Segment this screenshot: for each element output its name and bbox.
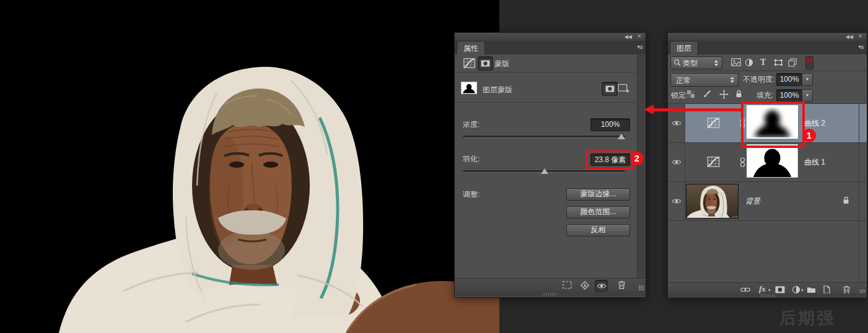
- lock-all-icon[interactable]: [735, 90, 742, 98]
- mask-mode-label: 蒙版: [494, 59, 509, 68]
- canvas-photo: [0, 0, 499, 333]
- filter-shape-icon[interactable]: [774, 59, 783, 66]
- color-range-button[interactable]: 颜色范围...: [566, 206, 630, 218]
- select-mask-button[interactable]: [602, 82, 618, 96]
- mask-thumbnail[interactable]: [747, 144, 798, 178]
- new-adjustment-layer-icon[interactable]: [792, 285, 800, 294]
- adjust-label: 调整:: [463, 190, 480, 199]
- annotation-box-feather-value: [586, 150, 633, 170]
- search-icon: [673, 59, 681, 66]
- eye-icon: [672, 159, 682, 165]
- tab-layers[interactable]: 图层: [670, 41, 698, 55]
- visibility-toggle[interactable]: [668, 143, 685, 181]
- visibility-toggle[interactable]: [668, 182, 685, 220]
- layer-name[interactable]: 背景: [745, 197, 760, 205]
- curves-adjustment-icon: [463, 58, 475, 68]
- new-layer-icon[interactable]: [822, 285, 830, 294]
- lock-transparency-icon[interactable]: [687, 90, 695, 98]
- background-layer-thumbnail[interactable]: [686, 184, 739, 218]
- filter-kind-dropdown[interactable]: 类型: [670, 56, 722, 69]
- tab-properties[interactable]: 属性: [457, 41, 485, 55]
- adjustment-caret: ▾: [801, 288, 804, 293]
- layer-name[interactable]: 曲线 1: [804, 158, 825, 166]
- delete-layer-icon[interactable]: [843, 285, 851, 294]
- mask-from-selection-icon[interactable]: [563, 281, 572, 289]
- layers-panel: ◀◀ × 图层 ▾≡ 类型 T 正常 不透明度: 100% ▼ 锁定:: [667, 32, 867, 298]
- opacity-dropdown-arrow[interactable]: ▼: [802, 73, 813, 86]
- add-mask-icon[interactable]: [775, 286, 785, 293]
- fill-value[interactable]: 100%: [776, 89, 802, 102]
- eye-icon: [672, 198, 682, 204]
- layer-style-caret: ▾: [768, 288, 771, 293]
- annotation-badge-1: 1: [802, 129, 816, 142]
- opacity-label: 不透明度:: [743, 75, 774, 84]
- properties-scrollbar[interactable]: [637, 54, 646, 278]
- collapse-panel-icon[interactable]: ◀◀: [846, 33, 853, 40]
- collapse-panel-icon[interactable]: ◀◀: [625, 33, 632, 40]
- filter-smartobject-icon[interactable]: [788, 58, 797, 67]
- properties-tabrow: 属性 ▾≡: [455, 41, 646, 54]
- panel-menu-icon[interactable]: ▾≡: [859, 43, 864, 51]
- feather-slider-thumb[interactable]: [541, 168, 548, 174]
- properties-bottom-bar: [455, 278, 646, 292]
- panel-menu-icon[interactable]: ▾≡: [638, 43, 642, 51]
- mask-link-icon[interactable]: [740, 157, 745, 167]
- layer-mask-label: 图层蒙版: [483, 85, 512, 94]
- mask-edge-button[interactable]: 蒙版边缘...: [566, 188, 630, 201]
- apply-mask-icon[interactable]: [580, 280, 590, 290]
- layer-lock-icon: [843, 196, 849, 204]
- fill-dropdown-arrow[interactable]: ▼: [802, 89, 813, 102]
- filter-kind-value: 类型: [683, 58, 698, 69]
- photoshop-workspace: 后期强 ◀◀ × 属性 ▾≡ 蒙版 图层蒙版 浓度: 100%: [0, 0, 868, 333]
- blend-mode-dropdown[interactable]: 正常: [670, 73, 739, 87]
- panel-resize-grip[interactable]: [639, 285, 644, 291]
- annotation-badge-2: 2: [630, 152, 644, 165]
- invert-button[interactable]: 反相: [566, 224, 630, 236]
- filter-image-icon[interactable]: [731, 58, 741, 66]
- panel-drag-gripper[interactable]: [761, 294, 774, 297]
- watermark-text: 后期强: [779, 307, 835, 329]
- annotation-box-mask-thumbnail: [741, 102, 805, 148]
- layer-style-icon[interactable]: fx: [759, 284, 766, 294]
- filter-type-icon[interactable]: T: [760, 58, 766, 67]
- disable-mask-button[interactable]: [595, 280, 608, 292]
- layers-panel-titlebar: ◀◀ ×: [668, 33, 867, 41]
- add-vector-mask-icon[interactable]: [618, 84, 629, 93]
- close-panel-icon[interactable]: ×: [638, 33, 641, 40]
- opacity-value[interactable]: 100%: [776, 73, 802, 86]
- density-value[interactable]: 100%: [590, 118, 630, 131]
- density-slider[interactable]: [463, 136, 625, 138]
- density-slider-thumb[interactable]: [618, 134, 625, 139]
- portrait-image: [0, 0, 499, 333]
- filter-toggle-switch[interactable]: [805, 56, 813, 69]
- curves-adjustment-icon[interactable]: [707, 118, 720, 128]
- layers-tabrow: 图层 ▾≡: [668, 41, 867, 54]
- link-layers-icon[interactable]: [740, 287, 750, 292]
- mask-mode-button[interactable]: [478, 56, 493, 71]
- feather-label: 羽化:: [463, 155, 480, 163]
- filter-adjustment-icon[interactable]: [745, 58, 753, 67]
- close-panel-icon[interactable]: ×: [859, 33, 862, 40]
- layers-scrollbar[interactable]: [859, 104, 867, 282]
- delete-mask-icon[interactable]: [618, 280, 626, 289]
- lock-label: 锁定:: [671, 91, 688, 100]
- properties-panel-titlebar: ◀◀ ×: [455, 33, 646, 41]
- new-group-icon[interactable]: [807, 287, 816, 293]
- lock-position-icon[interactable]: [719, 90, 729, 99]
- layer-row-background[interactable]: 背景: [668, 182, 867, 221]
- fill-label: 填充:: [756, 91, 773, 100]
- annotation-arrow-head: [644, 105, 654, 115]
- mask-icon: [481, 60, 490, 67]
- feather-slider[interactable]: [463, 170, 625, 173]
- mask-icon: [605, 85, 615, 92]
- curves-adjustment-icon[interactable]: [707, 157, 720, 167]
- properties-mask-thumbnail[interactable]: [461, 82, 477, 94]
- lock-pixels-icon[interactable]: [703, 90, 711, 98]
- layer-name[interactable]: 曲线 2: [804, 119, 825, 128]
- blend-mode-value: 正常: [676, 76, 691, 86]
- eye-icon: [597, 283, 607, 289]
- density-label: 浓度:: [463, 120, 480, 129]
- annotation-arrow: [653, 108, 742, 111]
- panel-drag-gripper[interactable]: [543, 293, 556, 296]
- layer-row-curves1[interactable]: 曲线 1: [668, 143, 867, 182]
